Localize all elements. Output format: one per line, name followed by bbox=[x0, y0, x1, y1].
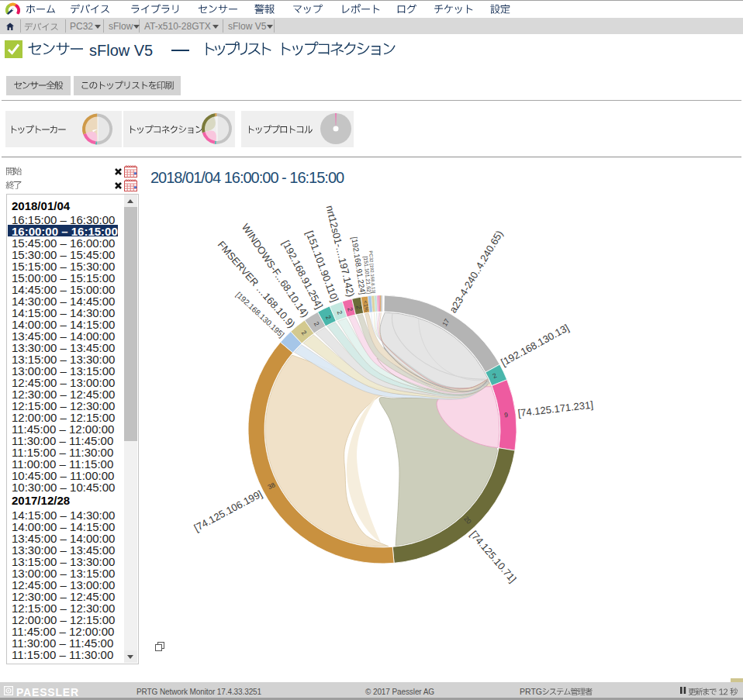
svg-text:[192.168.130.13]: [192.168.130.13] bbox=[499, 322, 571, 368]
svg-text:[74.125.171.231]: [74.125.171.231] bbox=[517, 399, 594, 419]
svg-text:a23-4-240..4.240.65): a23-4-240..4.240.65) bbox=[447, 229, 505, 316]
svg-text:[74.125.10.71]: [74.125.10.71] bbox=[468, 529, 519, 585]
svg-text:[74.125.106.199]: [74.125.106.199] bbox=[192, 488, 264, 533]
